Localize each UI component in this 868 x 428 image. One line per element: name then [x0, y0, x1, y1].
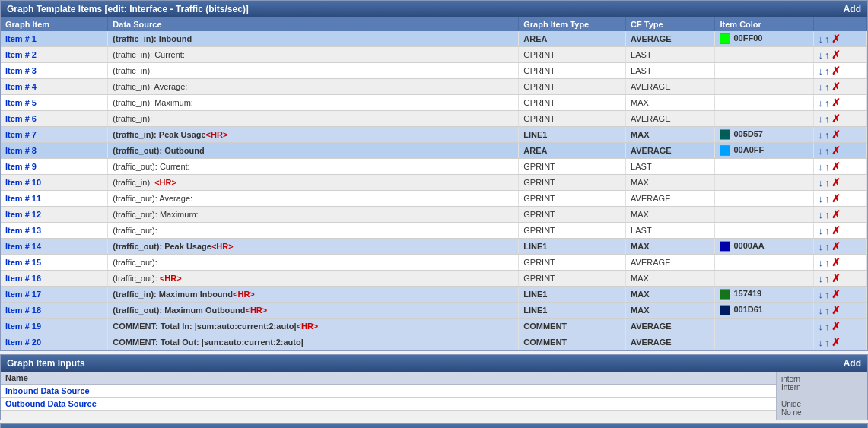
move-down-icon[interactable]: ↓ [819, 177, 824, 189]
table-row-actions: ↓ ↑ ✗ [813, 143, 866, 159]
move-down-icon[interactable]: ↓ [819, 209, 824, 220]
item-link[interactable]: Item # 8 [5, 146, 37, 155]
item-link[interactable]: Item # 2 [5, 50, 37, 59]
item-link[interactable]: Item # 4 [5, 82, 37, 91]
table-row-cf: AVERAGE [626, 255, 715, 271]
move-down-icon[interactable]: ↓ [819, 65, 824, 77]
move-down-icon[interactable]: ↓ [819, 225, 824, 236]
move-down-icon[interactable]: ↓ [819, 273, 824, 284]
move-up-icon[interactable]: ↑ [825, 193, 830, 204]
move-up-icon[interactable]: ↑ [825, 113, 830, 125]
graph-template-items-title: Graph Template Items [edit: Interface - … [7, 4, 249, 14]
item-link[interactable]: Item # 9 [5, 162, 37, 171]
item-link[interactable]: Item # 18 [5, 306, 41, 315]
move-up-icon[interactable]: ↑ [825, 161, 830, 173]
input-label[interactable]: Inbound Data Source [5, 386, 157, 395]
col-header-cf-type: CF Type [626, 17, 715, 31]
delete-icon[interactable]: ✗ [831, 240, 841, 252]
item-link[interactable]: Item # 19 [5, 322, 41, 331]
move-down-icon[interactable]: ↓ [819, 97, 824, 109]
delete-icon[interactable]: ✗ [831, 320, 841, 332]
move-down-icon[interactable]: ↓ [819, 305, 824, 316]
delete-icon[interactable]: ✗ [831, 272, 841, 284]
move-up-icon[interactable]: ↑ [825, 33, 830, 45]
move-up-icon[interactable]: ↑ [825, 257, 830, 268]
delete-icon[interactable]: ✗ [831, 192, 841, 204]
add-input-button[interactable]: Add [844, 358, 861, 369]
table-row: Item # 16(traffic_out): <HR>GPRINTMAX ↓ … [1, 271, 867, 287]
move-down-icon[interactable]: ↓ [819, 33, 824, 45]
move-up-icon[interactable]: ↑ [825, 321, 830, 332]
move-down-icon[interactable]: ↓ [819, 129, 824, 141]
move-up-icon[interactable]: ↑ [825, 273, 830, 284]
move-up-icon[interactable]: ↑ [825, 97, 830, 109]
move-down-icon[interactable]: ↓ [819, 193, 824, 204]
move-up-icon[interactable]: ↑ [825, 177, 830, 189]
move-up-icon[interactable]: ↑ [825, 241, 830, 252]
table-row-datasource: (traffic_in): Maximum Inbound<HR> [108, 287, 519, 303]
delete-icon[interactable]: ✗ [831, 144, 841, 157]
move-up-icon[interactable]: ↑ [825, 337, 830, 348]
delete-icon[interactable]: ✗ [831, 176, 841, 189]
move-down-icon[interactable]: ↓ [819, 257, 824, 268]
delete-icon[interactable]: ✗ [831, 256, 841, 268]
move-down-icon[interactable]: ↓ [819, 337, 824, 348]
item-link[interactable]: Item # 14 [5, 242, 41, 251]
move-down-icon[interactable]: ↓ [819, 81, 824, 93]
delete-icon[interactable]: ✗ [831, 208, 841, 220]
item-link[interactable]: Item # 10 [5, 178, 41, 187]
item-link[interactable]: Item # 17 [5, 290, 41, 299]
color-swatch [720, 33, 730, 44]
delete-icon[interactable]: ✗ [831, 65, 841, 77]
table-row-datasource: (traffic_out): Average: [108, 191, 519, 207]
move-down-icon[interactable]: ↓ [819, 289, 824, 300]
list-item: Outbound Data Source [1, 398, 776, 411]
delete-icon[interactable]: ✗ [831, 49, 841, 61]
move-down-icon[interactable]: ↓ [819, 145, 824, 157]
delete-icon[interactable]: ✗ [831, 160, 841, 173]
item-link[interactable]: Item # 7 [5, 130, 37, 139]
delete-icon[interactable]: ✗ [831, 224, 841, 236]
move-down-icon[interactable]: ↓ [819, 241, 824, 252]
input-label[interactable]: Outbound Data Source [5, 399, 157, 408]
item-link[interactable]: Item # 12 [5, 210, 41, 219]
template-header: Template [edit: Interface - Traffic (bit… [1, 424, 867, 428]
move-down-icon[interactable]: ↓ [819, 161, 824, 173]
move-up-icon[interactable]: ↑ [825, 65, 830, 77]
item-link[interactable]: Item # 11 [5, 194, 41, 203]
delete-icon[interactable]: ✗ [831, 288, 841, 300]
item-link[interactable]: Item # 20 [5, 338, 41, 347]
item-link[interactable]: Item # 3 [5, 66, 37, 75]
move-up-icon[interactable]: ↑ [825, 289, 830, 300]
delete-icon[interactable]: ✗ [831, 336, 841, 348]
move-down-icon[interactable]: ↓ [819, 113, 824, 125]
move-up-icon[interactable]: ↑ [825, 81, 830, 93]
table-row-color [715, 334, 813, 350]
item-link[interactable]: Item # 6 [5, 114, 37, 123]
move-up-icon[interactable]: ↑ [825, 209, 830, 220]
delete-icon[interactable]: ✗ [831, 304, 841, 316]
delete-icon[interactable]: ✗ [831, 97, 841, 109]
move-up-icon[interactable]: ↑ [825, 49, 830, 61]
move-up-icon[interactable]: ↑ [825, 129, 830, 141]
move-up-icon[interactable]: ↑ [825, 305, 830, 316]
move-down-icon[interactable]: ↓ [819, 49, 824, 61]
item-link[interactable]: Item # 15 [5, 258, 41, 267]
item-link[interactable]: Item # 1 [5, 34, 37, 43]
delete-icon[interactable]: ✗ [831, 33, 841, 45]
table-row-datasource: (traffic_in): Maximum: [108, 95, 519, 111]
table-row-cf: MAX [626, 303, 715, 319]
move-down-icon[interactable]: ↓ [819, 321, 824, 332]
move-up-icon[interactable]: ↑ [825, 225, 830, 236]
delete-icon[interactable]: ✗ [831, 81, 841, 93]
item-link[interactable]: Item # 13 [5, 226, 41, 235]
delete-icon[interactable]: ✗ [831, 113, 841, 125]
add-graph-item-button[interactable]: Add [844, 4, 861, 14]
delete-icon[interactable]: ✗ [831, 128, 841, 141]
table-row-color [715, 159, 813, 175]
move-up-icon[interactable]: ↑ [825, 145, 830, 157]
item-link[interactable]: Item # 16 [5, 274, 41, 283]
table-row-color [715, 95, 813, 111]
table-row-datasource: (traffic_in): Peak Usage<HR> [108, 127, 519, 143]
item-link[interactable]: Item # 5 [5, 98, 37, 107]
